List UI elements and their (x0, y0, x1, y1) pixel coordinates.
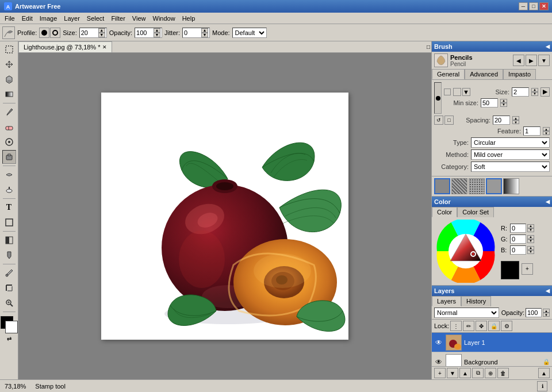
tool-stamp[interactable] (2, 150, 16, 164)
brush-spacing-up[interactable]: ▲ (512, 116, 519, 120)
brush-btn-2[interactable]: ▼ (462, 88, 470, 96)
layers-tab-layers[interactable]: Layers (432, 296, 461, 306)
menu-edit[interactable]: Edit (18, 14, 36, 23)
tool-crop[interactable] (2, 281, 16, 295)
menu-file[interactable]: File (1, 14, 18, 23)
current-color-swatch[interactable] (501, 261, 519, 279)
brush-size-down[interactable]: ▼ (531, 92, 538, 96)
layer-row-1[interactable]: 👁 Layer 1 (432, 333, 552, 352)
color-panel-icon[interactable]: ◀ (546, 199, 550, 205)
layer-row-bg[interactable]: 👁 Background 🔒 (432, 352, 552, 366)
jitter-input[interactable] (184, 29, 201, 36)
add-color-btn[interactable]: + (522, 263, 533, 275)
brush-panel-icon[interactable]: ◀ (546, 44, 550, 49)
layer-move-up-btn[interactable]: ▲ (459, 368, 471, 378)
layer-move-down-btn[interactable]: ▼ (447, 368, 458, 378)
size-down[interactable]: ▼ (98, 33, 105, 37)
jitter-up[interactable]: ▲ (201, 28, 208, 33)
r-down[interactable]: ▼ (527, 228, 534, 232)
type-select[interactable]: Circular Square Custom (471, 137, 550, 148)
layer-merge-btn[interactable]: ⊕ (485, 368, 496, 378)
lock-all-btn[interactable]: 🔒 (488, 321, 500, 331)
lock-move-btn[interactable]: ✥ (476, 321, 487, 331)
lock-active-btn[interactable]: ⚙ (501, 321, 512, 331)
mode-select[interactable]: Default Multiply Screen (232, 28, 267, 38)
brush-texture-4[interactable] (486, 178, 502, 194)
status-info-btn[interactable]: ℹ (537, 381, 547, 391)
lock-paint-btn[interactable]: ✏ (463, 321, 474, 331)
b-up[interactable]: ▲ (527, 246, 534, 250)
brush-feature-up[interactable]: ▲ (543, 127, 550, 131)
profile-btn-filled[interactable] (39, 28, 49, 38)
opacity-up[interactable]: ▲ (154, 28, 160, 33)
color-swatch-area[interactable] (1, 316, 18, 333)
brush-tab-impasto[interactable]: Impasto (503, 69, 536, 79)
opacity-up[interactable]: ▲ (543, 309, 550, 313)
layer-duplicate-btn[interactable]: ⧉ (472, 368, 484, 378)
layer-add-btn[interactable]: + (434, 368, 446, 378)
category-select[interactable]: Soft Hard Medium (471, 162, 550, 172)
tool-shape[interactable] (2, 216, 16, 229)
layers-panel-icon[interactable]: ◀ (546, 288, 550, 294)
g-up[interactable]: ▲ (527, 235, 534, 239)
menu-image[interactable]: Image (36, 14, 61, 23)
brush-texture-1[interactable] (434, 178, 450, 194)
brush-menu-btn[interactable]: ▼ (538, 55, 550, 66)
menu-filter[interactable]: Filter (108, 14, 128, 23)
opacity-down[interactable]: ▼ (543, 313, 550, 317)
document-tab[interactable]: Lighthouse.jpg @ 73,18% * ✕ (18, 41, 112, 52)
tool-marquee[interactable] (2, 43, 16, 56)
tool-darken[interactable] (2, 233, 16, 247)
brush-prev-btn[interactable]: ◀ (513, 55, 524, 66)
tool-eyedropper[interactable] (2, 266, 16, 280)
profile-btn-outline[interactable] (50, 28, 60, 38)
swap-colors-btn[interactable]: ⇄ (7, 336, 12, 342)
opacity-input[interactable] (136, 29, 154, 36)
brush-minsize-down[interactable]: ▼ (500, 103, 507, 107)
tool-zoom[interactable] (2, 296, 16, 310)
tool-gradient[interactable] (2, 87, 16, 101)
spacing-icon-1[interactable]: ↺ (434, 116, 443, 125)
maximize-button[interactable]: □ (529, 2, 538, 10)
canvas-viewport[interactable] (18, 53, 431, 379)
brush-size-up[interactable]: ▲ (531, 88, 538, 92)
r-up[interactable]: ▲ (527, 224, 534, 228)
tool-smudge[interactable] (2, 168, 16, 182)
brush-texture-3[interactable] (469, 178, 485, 194)
layers-scroll-up[interactable]: ▲ (538, 368, 550, 378)
spacing-icon-2[interactable]: □ (444, 116, 454, 125)
tool-eraser[interactable] (2, 120, 16, 134)
layer-eye-1[interactable]: 👁 (434, 338, 443, 347)
document-tab-close[interactable]: ✕ (102, 44, 107, 50)
size-up[interactable]: ▲ (98, 28, 105, 33)
background-swatch[interactable] (5, 321, 18, 333)
b-down[interactable]: ▼ (527, 250, 534, 254)
document-restore-btn[interactable]: □ (425, 43, 431, 51)
method-select[interactable]: Mild cover Full cover Transparent (471, 149, 550, 160)
tool-clone[interactable] (2, 135, 16, 149)
lock-transparency-btn[interactable]: ⋮ (450, 321, 462, 331)
menu-window[interactable]: Window (150, 14, 179, 23)
blend-mode-select[interactable]: Normal Multiply Screen Overlay (434, 308, 499, 318)
brush-tab-advanced[interactable]: Advanced (465, 69, 503, 79)
brush-spacing-down[interactable]: ▼ (512, 120, 519, 124)
menu-view[interactable]: View (129, 14, 150, 23)
menu-layer[interactable]: Layer (60, 14, 83, 23)
color-wheel[interactable] (434, 220, 497, 283)
brush-btn-1[interactable] (453, 88, 461, 96)
g-down[interactable]: ▼ (527, 239, 534, 243)
brush-minsize-up[interactable]: ▲ (500, 99, 507, 103)
tool-fill[interactable] (2, 72, 16, 86)
layer-eye-bg[interactable]: 👁 (434, 358, 443, 367)
color-tab-color[interactable]: Color (432, 207, 457, 217)
menu-select[interactable]: Select (83, 14, 108, 23)
tool-move[interactable] (2, 57, 16, 71)
brush-texture-2[interactable] (451, 178, 467, 194)
tool-dodge[interactable] (2, 183, 16, 197)
close-button[interactable]: ✕ (539, 2, 549, 10)
brush-color-swatch[interactable] (444, 89, 451, 95)
brush-tab-general[interactable]: General (432, 69, 465, 79)
tool-paint-bucket[interactable] (2, 248, 16, 262)
size-input[interactable] (81, 29, 98, 36)
brush-next-btn[interactable]: ▶ (526, 55, 537, 66)
